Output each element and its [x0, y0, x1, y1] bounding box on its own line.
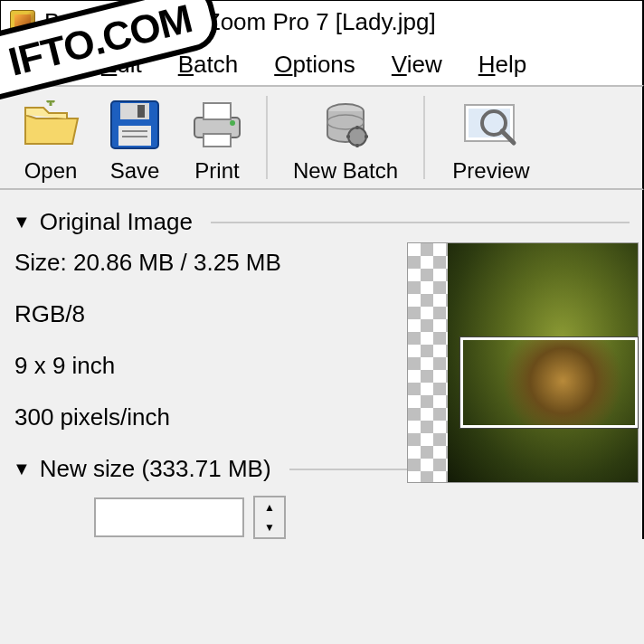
separator-line [211, 222, 630, 223]
color-mode-text: RGB/8 [14, 300, 403, 328]
floppy-save-icon [109, 93, 161, 156]
save-button[interactable]: Save [94, 88, 175, 187]
toolbar-separator [266, 96, 268, 179]
preview-label: Preview [452, 158, 529, 184]
original-image-label: Original Image [40, 208, 193, 236]
original-image-section-header[interactable]: ▼ Original Image [13, 208, 630, 236]
svg-rect-1 [120, 103, 149, 119]
original-image-info: Size: 20.86 MB / 3.25 MB RGB/8 9 x 9 inc… [14, 249, 403, 431]
width-down-button[interactable]: ▼ [255, 517, 284, 537]
new-batch-label: New Batch [293, 158, 398, 184]
print-label: Print [194, 158, 239, 184]
svg-rect-8 [204, 134, 231, 147]
batch-icon [319, 93, 372, 156]
new-batch-button[interactable]: New Batch [275, 88, 416, 187]
width-up-button[interactable]: ▲ [255, 497, 284, 517]
print-button[interactable]: Print [175, 88, 259, 187]
image-navigator[interactable] [407, 242, 639, 483]
size-text: Size: 20.86 MB / 3.25 MB [14, 249, 403, 277]
dimensions-text: 9 x 9 inch [14, 352, 403, 380]
save-label: Save [110, 158, 160, 184]
transparency-checker [408, 243, 450, 482]
folder-open-icon [22, 93, 80, 156]
menu-options[interactable]: Options [274, 51, 355, 79]
new-size-controls: ▲ ▼ [94, 496, 630, 539]
collapse-triangle-icon: ▼ [13, 212, 31, 232]
svg-rect-2 [137, 105, 145, 118]
toolbar-separator [423, 96, 425, 179]
viewport-rectangle[interactable] [460, 337, 638, 428]
preview-button[interactable]: Preview [432, 88, 550, 187]
width-input[interactable] [94, 497, 244, 537]
open-button[interactable]: Open [7, 88, 94, 187]
resolution-text: 300 pixels/inch [14, 403, 403, 431]
menu-batch[interactable]: Batch [178, 51, 239, 79]
svg-rect-7 [204, 103, 231, 119]
open-label: Open [24, 158, 78, 184]
svg-point-12 [348, 128, 366, 146]
menu-view[interactable]: View [392, 51, 442, 79]
menu-help[interactable]: Help [478, 51, 526, 79]
svg-point-9 [230, 120, 235, 126]
magnifier-preview-icon [461, 93, 521, 156]
width-spinner: ▲ ▼ [253, 496, 286, 539]
printer-icon [189, 93, 245, 156]
collapse-triangle-icon: ▼ [13, 459, 31, 479]
toolbar: Open Save Print [0, 85, 644, 190]
new-size-label: New size (333.71 MB) [40, 455, 271, 483]
